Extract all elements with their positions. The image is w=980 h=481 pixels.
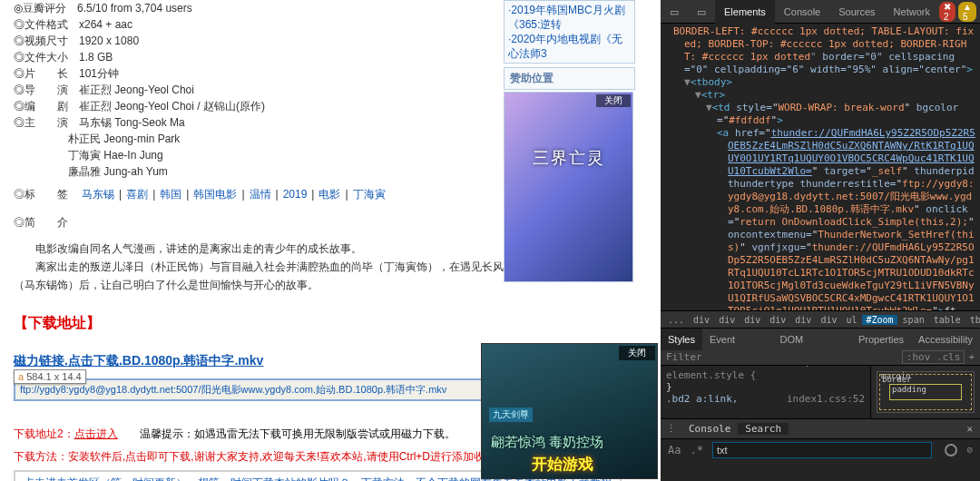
devtools-panel: ▭ ▭ Elements Console Sources Network ✖ 2… bbox=[661, 0, 980, 481]
crumb-item[interactable]: div bbox=[715, 315, 739, 325]
tab-elements[interactable]: Elements bbox=[715, 0, 775, 24]
search-input[interactable] bbox=[712, 442, 932, 458]
side-column: ·2019年韩国MBC月火剧《365:逆转·2020年内地电视剧《无心法师3 赞… bbox=[504, 0, 635, 282]
tag-link[interactable]: 韩国电影 bbox=[193, 188, 237, 201]
error-badge[interactable]: ✖ 2 bbox=[939, 2, 956, 22]
tag-link[interactable]: 喜剧 bbox=[126, 188, 148, 201]
drawer-more-icon[interactable]: ⋮ bbox=[661, 423, 681, 435]
crumb-item[interactable]: #Zoom bbox=[862, 315, 897, 325]
tag-link[interactable]: 丁海寅 bbox=[353, 188, 386, 201]
tab-eventlisteners[interactable]: Event Listeners bbox=[702, 329, 773, 350]
crumb-item[interactable]: ... bbox=[664, 315, 688, 325]
tag-link[interactable]: 2019 bbox=[283, 188, 308, 201]
add-rule-icon[interactable]: + bbox=[968, 351, 975, 363]
drawer-search[interactable]: Search bbox=[738, 423, 789, 435]
tab-accessibility[interactable]: Accessibility bbox=[911, 329, 980, 350]
game-tag: 九天剑尊 bbox=[489, 407, 533, 422]
magnet-link[interactable]: 磁力链接.点击下载.BD.1080p.韩语中字.mkv bbox=[14, 353, 263, 368]
styles-pane[interactable]: element.style { } .bd2 a:link, index1.cs… bbox=[661, 366, 871, 418]
head-link-a[interactable]: 点击进去首发区（第一时间更新）：想第一时间下载本站的影片吗？ bbox=[24, 476, 350, 481]
elements-tree[interactable]: BORDER-LEFT: #cccccc 1px dotted; TABLE-L… bbox=[661, 24, 980, 310]
start-game-button[interactable]: 开始游戏 bbox=[532, 454, 593, 475]
regex-toggle[interactable]: .* bbox=[690, 444, 702, 456]
banner-text: 三界亡灵 bbox=[505, 147, 632, 169]
crumb-item[interactable]: div bbox=[791, 315, 815, 325]
inspect-icon[interactable]: ▭ bbox=[661, 0, 688, 24]
tab-network[interactable]: Network bbox=[885, 0, 939, 24]
tab-properties[interactable]: Properties bbox=[851, 329, 911, 350]
link-tooltip: a 584.1 x 14.4 bbox=[14, 369, 86, 384]
close-icon[interactable]: 关闭 bbox=[619, 346, 655, 360]
crumb-item[interactable]: tbody bbox=[966, 315, 980, 325]
box-model: margin border padding bbox=[871, 366, 980, 418]
crumb-item[interactable]: span bbox=[899, 315, 928, 325]
tag-link[interactable]: 马东锡 bbox=[82, 188, 114, 201]
crumb-item[interactable]: div bbox=[766, 315, 789, 325]
match-case-toggle[interactable]: Aa bbox=[668, 444, 681, 456]
tag-link[interactable]: 韩国 bbox=[160, 188, 181, 201]
rating-label: 豆瓣评分 bbox=[23, 0, 66, 16]
tag-link[interactable]: 电影 bbox=[318, 188, 340, 201]
tag-link[interactable]: 温情 bbox=[250, 188, 271, 201]
rating-value: 6.5/10 from 3,704 users bbox=[77, 2, 192, 15]
tab-styles[interactable]: Styles bbox=[661, 329, 702, 350]
rec-link-2[interactable]: ·2020年内地电视剧《无心法师3 bbox=[508, 32, 631, 61]
drawer-console[interactable]: Console bbox=[681, 423, 738, 435]
alt-download-link[interactable]: 点击进入 bbox=[74, 427, 118, 440]
crumb-item[interactable]: ul bbox=[842, 315, 860, 325]
game-tagline: 翩若惊鸿 毒奶控场 bbox=[491, 434, 603, 451]
refresh-icon[interactable] bbox=[945, 444, 957, 456]
clear-icon[interactable]: ⊘ bbox=[966, 444, 973, 456]
filter-input[interactable]: Filter bbox=[666, 351, 702, 363]
crumb-item[interactable]: table bbox=[930, 315, 965, 325]
more-icon[interactable]: ⋮ bbox=[976, 5, 980, 17]
sponsor-heading: 赞助位置 bbox=[504, 67, 635, 90]
styles-tabs: Styles Event Listeners DOM Breakpoints P… bbox=[661, 329, 980, 350]
device-icon[interactable]: ▭ bbox=[688, 0, 715, 24]
crumb-item[interactable]: div bbox=[817, 315, 840, 325]
tab-sources[interactable]: Sources bbox=[829, 0, 884, 24]
sponsor-banner[interactable]: 关闭 三界亡灵 bbox=[504, 92, 633, 282]
rec-link-1[interactable]: ·2019年韩国MBC月火剧《365:逆转 bbox=[508, 3, 631, 32]
close-icon[interactable]: 关闭 bbox=[596, 94, 631, 107]
breadcrumb[interactable]: ...divdivdivdivdivdivul#Zoomspantabletbo… bbox=[661, 310, 980, 329]
crumb-item[interactable]: div bbox=[740, 315, 764, 325]
warn-badge[interactable]: ▲ 5 bbox=[958, 2, 976, 22]
floating-game-ad[interactable]: 关闭 九天剑尊 翩若惊鸿 毒奶控场 开始游戏 bbox=[481, 343, 658, 479]
crumb-item[interactable]: div bbox=[690, 315, 713, 325]
close-drawer-icon[interactable]: ✕ bbox=[959, 423, 980, 435]
devtools-tabs: ▭ ▭ Elements Console Sources Network ✖ 2… bbox=[661, 0, 980, 24]
hov-toggle[interactable]: :hov .cls bbox=[902, 350, 965, 364]
tab-console[interactable]: Console bbox=[775, 0, 829, 24]
download-heading: 【下载地址】 bbox=[14, 314, 622, 333]
tab-dombp[interactable]: DOM Breakpoints bbox=[773, 329, 851, 350]
